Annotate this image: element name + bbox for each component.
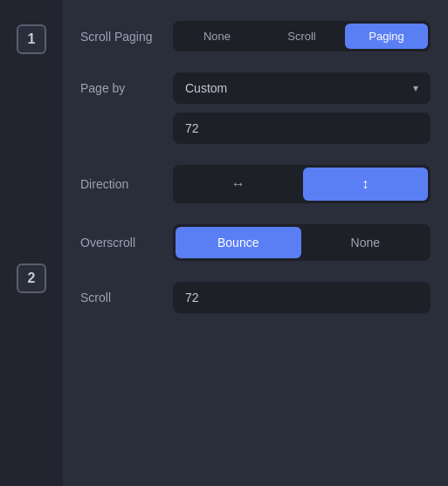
direction-label: Direction (80, 177, 159, 191)
page-by-row: Page by Custom ▾ (80, 72, 431, 144)
direction-row: Direction ↔ ↕ (80, 165, 431, 203)
overscroll-row: Overscroll Bounce None (80, 224, 431, 261)
overscroll-bounce-btn[interactable]: Bounce (176, 227, 301, 258)
seg-scroll[interactable]: Scroll (260, 24, 343, 49)
page-by-label: Page by (80, 72, 159, 95)
page-by-value-input[interactable] (173, 113, 431, 144)
horizontal-arrow-icon: ↔ (231, 176, 245, 192)
scroll-row: Scroll (80, 282, 431, 313)
chevron-down-icon: ▾ (413, 82, 418, 94)
direction-horizontal-btn[interactable]: ↔ (176, 168, 301, 201)
scroll-value-input[interactable] (173, 282, 431, 313)
scroll-paging-segmented: None Scroll Paging (173, 21, 431, 51)
seg-paging[interactable]: Paging (345, 24, 428, 49)
scroll-paging-row: Scroll Paging None Scroll Paging (80, 21, 431, 51)
sidebar-badge-1: 1 (17, 24, 46, 54)
main-content: Scroll Paging None Scroll Paging Page by… (63, 0, 448, 486)
overscroll-group: Bounce None (173, 224, 431, 261)
direction-group: ↔ ↕ (173, 165, 431, 203)
page-by-dropdown[interactable]: Custom ▾ (173, 72, 431, 104)
overscroll-label: Overscroll (80, 236, 159, 250)
sidebar-badge-2: 2 (17, 264, 46, 293)
overscroll-none-btn[interactable]: None (303, 227, 429, 258)
page-by-controls: Custom ▾ (173, 72, 431, 144)
direction-vertical-btn[interactable]: ↕ (303, 168, 429, 201)
scroll-paging-label: Scroll Paging (80, 21, 159, 44)
page-by-selected: Custom (185, 81, 227, 95)
seg-none[interactable]: None (176, 24, 258, 49)
vertical-arrow-icon: ↕ (362, 176, 369, 192)
scroll-label: Scroll (80, 291, 159, 305)
sidebar: 1 2 (0, 0, 63, 486)
